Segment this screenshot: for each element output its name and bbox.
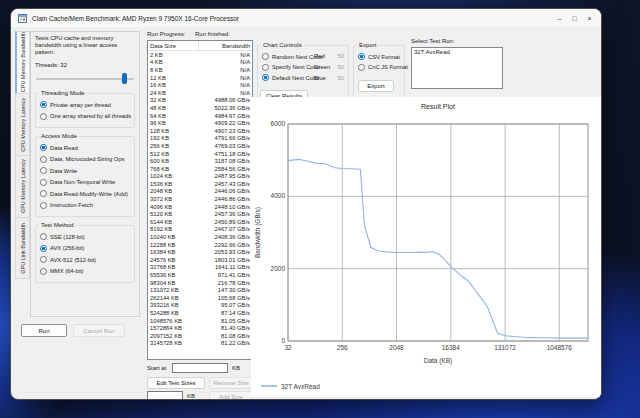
maximize-icon[interactable]: □ — [567, 11, 582, 25]
color-value[interactable]: 50 — [332, 75, 344, 81]
radio-icon[interactable] — [40, 167, 47, 174]
access-mode-option-data-read[interactable]: Data Read — [40, 144, 131, 151]
threads-slider[interactable] — [36, 73, 134, 85]
table-row[interactable]: 1024 KB2487.95 GB/s — [148, 173, 252, 181]
tab-cpu-memory-bandwidth[interactable]: CPU Memory Bandwidth — [15, 31, 30, 93]
test-run-item[interactable]: 32T AvxRead — [412, 48, 502, 56]
close-icon[interactable]: × — [582, 11, 597, 25]
table-row[interactable]: 32 KB4988.06 GB/s — [148, 97, 252, 105]
radio-icon[interactable] — [40, 256, 47, 263]
table-row[interactable]: 12 KBN/A — [148, 74, 252, 82]
test-method-option-sse-128-bit-[interactable]: SSE (128-bit) — [40, 233, 131, 240]
access-mode-title: Access Mode — [39, 133, 79, 139]
table-row[interactable]: 24576 KB1803.01 GB/s — [148, 256, 252, 264]
radio-selected-icon[interactable] — [358, 53, 365, 60]
access-mode-option-data-write[interactable]: Data Write — [40, 167, 131, 174]
radio-icon[interactable] — [40, 268, 47, 275]
table-row[interactable]: 16 KBN/A — [148, 81, 252, 89]
radio-icon[interactable] — [40, 179, 47, 186]
table-row[interactable]: 2048 KB2446.06 GB/s — [148, 188, 252, 196]
table-row[interactable]: 96 KB4909.22 GB/s — [148, 119, 252, 127]
radio-icon[interactable] — [40, 156, 47, 163]
table-row[interactable]: 10240 KB2408.36 GB/s — [148, 233, 252, 241]
edit-test-sizes-button[interactable]: Edit Test Sizes — [147, 377, 205, 389]
table-row[interactable]: 600 KB3187.08 GB/s — [148, 157, 252, 165]
table-row[interactable]: 128 KB4907.23 GB/s — [148, 127, 252, 135]
table-row[interactable]: 4096 KB2448.10 GB/s — [148, 203, 252, 211]
table-row[interactable]: 32768 KB1641.11 GB/s — [148, 264, 252, 272]
export-format-option-csv-format[interactable]: CSV Format — [358, 53, 401, 60]
remove-size-button[interactable]: Remove Size — [209, 377, 253, 389]
table-row[interactable]: 524288 KB87.14 GB/s — [148, 309, 252, 317]
start-at-input[interactable] — [172, 363, 228, 373]
threading-mode-option-one-array-shared-by-all-threads[interactable]: One array shared by all threads — [40, 113, 131, 120]
radio-icon[interactable] — [358, 64, 365, 71]
table-row[interactable]: 512 KB4751.18 GB/s — [148, 150, 252, 158]
table-row[interactable]: 1572864 KB81.40 GB/s — [148, 324, 252, 332]
table-row[interactable]: 98304 KB216.78 GB/s — [148, 279, 252, 287]
results-table[interactable]: Data Size Bandwidth 2 KBN/A4 KBN/A8 KBN/… — [147, 40, 253, 360]
radio-selected-icon[interactable] — [40, 101, 47, 108]
table-row[interactable]: 16384 KB2053.93 GB/s — [148, 248, 252, 256]
export-format-option-cnc-js-format[interactable]: CnC JS Format — [358, 64, 401, 71]
table-row[interactable]: 2 KBN/A — [148, 51, 252, 59]
table-row[interactable]: 3072 KB2446.86 GB/s — [148, 195, 252, 203]
results-table-header[interactable]: Data Size Bandwidth — [148, 41, 252, 51]
table-row[interactable]: 5120 KB2457.36 GB/s — [148, 210, 252, 218]
table-row[interactable]: 1536 KB2457.43 GB/s — [148, 180, 252, 188]
access-mode-option-data-non-temporal-write[interactable]: Data Non-Temporal Write — [40, 179, 131, 186]
test-method-option-avx-256-bit-[interactable]: AVX (256-bit) — [40, 245, 131, 252]
run-button[interactable]: Run — [21, 324, 67, 337]
radio-icon[interactable] — [40, 202, 47, 209]
tab-gpu-memory-latency[interactable]: GPU Memory Latency — [15, 155, 30, 217]
threading-mode-option-private-array-per-thread[interactable]: Private array per thread — [40, 101, 131, 108]
radio-icon[interactable] — [40, 233, 47, 240]
table-row[interactable]: 64 KB4984.97 GB/s — [148, 112, 252, 120]
table-row[interactable]: 256 KB4769.03 GB/s — [148, 142, 252, 150]
slider-thumb[interactable] — [122, 73, 127, 84]
radio-icon[interactable] — [40, 190, 47, 197]
test-method-option-mmx-64-bit-[interactable]: MMX (64-bit) — [40, 268, 131, 275]
minimize-icon[interactable]: – — [552, 11, 567, 25]
table-row[interactable]: 65536 KB971.41 GB/s — [148, 271, 252, 279]
access-mode-option-instruction-fetch[interactable]: Instruction Fetch — [40, 202, 131, 209]
table-row[interactable]: 131072 KB147.30 GB/s — [148, 286, 252, 294]
tab-gpu-link-bandwidth[interactable]: GPU Link Bandwidth — [15, 217, 30, 279]
access-mode-option-data-microcoded-string-ops[interactable]: Data, Microcoded String Ops — [40, 156, 131, 163]
table-row[interactable]: 262144 KB105.68 GB/s — [148, 294, 252, 302]
table-row[interactable]: 24 KBN/A — [148, 89, 252, 97]
table-row[interactable]: 768 KB2584.56 GB/s — [148, 165, 252, 173]
test-method-option-avx-512-512-bit-[interactable]: AVX-512 (512-bit) — [40, 256, 131, 263]
color-value[interactable]: 50 — [332, 64, 344, 70]
table-row[interactable]: 4 KBN/A — [148, 59, 252, 67]
table-row[interactable]: 12288 KB2292.66 GB/s — [148, 241, 252, 249]
add-size-button[interactable]: Add Size — [209, 391, 253, 400]
table-row[interactable]: 393216 KB95.07 GB/s — [148, 302, 252, 310]
access-mode-option-data-read-modify-write-add-[interactable]: Data Read-Modify-Write (Add) — [40, 190, 131, 197]
radio-icon[interactable] — [262, 53, 269, 60]
radio-selected-icon[interactable] — [262, 74, 269, 81]
table-row[interactable]: 8192 KB2467.07 GB/s — [148, 226, 252, 234]
color-value[interactable]: 50 — [332, 53, 344, 59]
table-row[interactable]: 3145728 KB81.22 GB/s — [148, 340, 252, 348]
tab-cpu-memory-latency[interactable]: CPU Memory Latency — [15, 93, 30, 155]
table-row[interactable]: 8 KBN/A — [148, 66, 252, 74]
radio-selected-icon[interactable] — [40, 245, 47, 252]
radio-icon[interactable] — [262, 64, 269, 71]
radio-selected-icon[interactable] — [40, 144, 47, 151]
table-row[interactable]: 192 KB4791.66 GB/s — [148, 135, 252, 143]
col-bandwidth[interactable]: Bandwidth — [198, 41, 252, 50]
title-bar[interactable]: Clam Cache/Mem Benchmark: AMD Ryzen 9 79… — [11, 9, 601, 27]
table-row[interactable]: 48 KB5022.36 GB/s — [148, 104, 252, 112]
table-row[interactable]: 1048576 KB81.05 GB/s — [148, 317, 252, 325]
table-row[interactable]: 2097152 KB81.08 GB/s — [148, 332, 252, 340]
threads-label: Threads: 32 — [35, 62, 135, 68]
radio-icon[interactable] — [40, 113, 47, 120]
add-size-input[interactable] — [147, 391, 183, 400]
col-data-size[interactable]: Data Size — [148, 43, 198, 49]
test-run-listbox[interactable]: 32T AvxRead — [411, 47, 503, 89]
table-row[interactable]: 6144 KB2450.89 GB/s — [148, 218, 252, 226]
cancel-run-button[interactable]: Cancel Run — [73, 324, 125, 337]
cell-data-size: 12 KB — [148, 75, 198, 81]
export-button[interactable]: Export — [358, 80, 394, 92]
